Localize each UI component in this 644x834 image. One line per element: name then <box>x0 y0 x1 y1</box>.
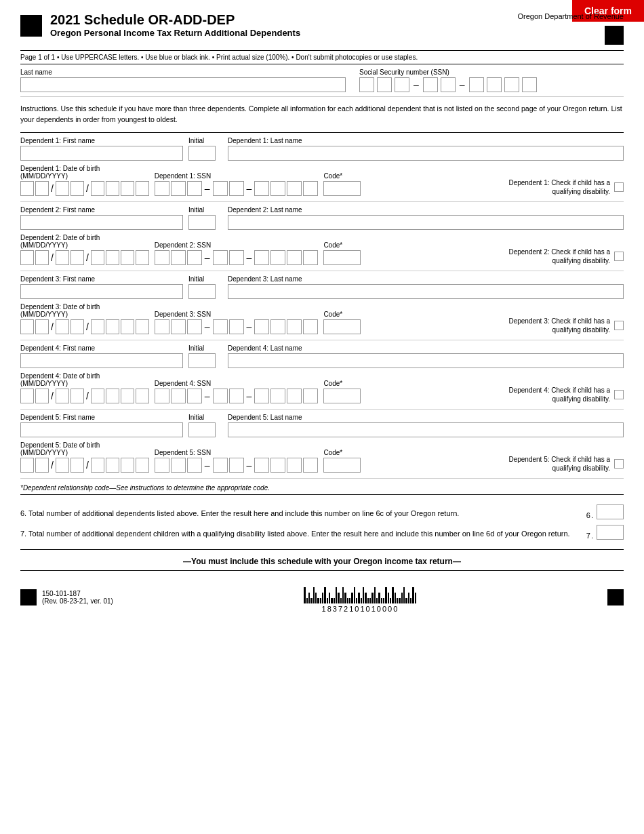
dob-box[interactable] <box>121 389 134 403</box>
dob-box[interactable] <box>106 389 119 403</box>
dob-box[interactable] <box>136 458 149 473</box>
ssn-small-box[interactable] <box>155 389 169 403</box>
dep2-disability-checkbox[interactable] <box>614 252 624 261</box>
ssn-small-box[interactable] <box>155 250 169 265</box>
ssn-small-box[interactable] <box>287 319 302 334</box>
ssn-box-6[interactable] <box>469 77 484 92</box>
ssn-small-box[interactable] <box>171 389 186 403</box>
ssn-small-box[interactable] <box>155 181 169 196</box>
dep1-firstname-input[interactable] <box>20 146 183 161</box>
ssn-small-box[interactable] <box>254 319 269 334</box>
dep3-initial-input[interactable] <box>188 284 216 299</box>
ssn-small-box[interactable] <box>213 319 228 334</box>
dob-box[interactable] <box>106 250 119 265</box>
dep4-disability-checkbox[interactable] <box>614 390 624 399</box>
dep5-lastname-input[interactable] <box>228 422 624 437</box>
dep1-disability-checkbox[interactable] <box>614 182 624 192</box>
ssn-small-box[interactable] <box>187 389 202 403</box>
dob-box[interactable] <box>91 181 104 196</box>
dep3-firstname-input[interactable] <box>20 284 183 299</box>
dob-box[interactable] <box>35 181 49 196</box>
ssn-small-box[interactable] <box>303 181 318 196</box>
dob-box[interactable] <box>91 458 104 473</box>
ssn-box-1[interactable] <box>359 77 374 92</box>
dep2-code-input[interactable] <box>323 250 361 265</box>
ssn-small-box[interactable] <box>287 181 302 196</box>
ssn-small-box[interactable] <box>229 319 244 334</box>
dob-box[interactable] <box>106 319 119 334</box>
ssn-small-box[interactable] <box>287 389 302 403</box>
ssn-small-box[interactable] <box>254 250 269 265</box>
dob-box[interactable] <box>91 319 104 334</box>
ssn-small-box[interactable] <box>229 181 244 196</box>
dob-box[interactable] <box>71 319 84 334</box>
dob-box[interactable] <box>136 250 149 265</box>
ssn-small-box[interactable] <box>213 250 228 265</box>
dob-box[interactable] <box>121 319 134 334</box>
ssn-small-box[interactable] <box>270 250 285 265</box>
ssn-box-5[interactable] <box>441 77 456 92</box>
dob-box[interactable] <box>56 250 69 265</box>
ssn-small-box[interactable] <box>213 181 228 196</box>
dep4-lastname-input[interactable] <box>228 353 624 368</box>
dob-box[interactable] <box>35 389 49 403</box>
ssn-small-box[interactable] <box>270 181 285 196</box>
ssn-box-3[interactable] <box>395 77 409 92</box>
dob-box[interactable] <box>71 458 84 473</box>
dob-box[interactable] <box>20 389 34 403</box>
ssn-small-box[interactable] <box>187 181 202 196</box>
ssn-small-box[interactable] <box>187 458 202 473</box>
dob-box[interactable] <box>121 181 134 196</box>
ssn-small-box[interactable] <box>171 319 186 334</box>
dep1-initial-input[interactable] <box>188 146 216 161</box>
dep5-initial-input[interactable] <box>188 422 216 437</box>
ssn-box-8[interactable] <box>504 77 519 92</box>
dep3-lastname-input[interactable] <box>228 284 624 299</box>
q7-answer-input[interactable] <box>597 525 624 540</box>
ssn-small-box[interactable] <box>213 458 228 473</box>
ssn-box-4[interactable] <box>423 77 438 92</box>
dob-box[interactable] <box>20 319 34 334</box>
ssn-small-box[interactable] <box>229 458 244 473</box>
dob-box[interactable] <box>20 458 34 473</box>
dob-box[interactable] <box>35 458 49 473</box>
dob-box[interactable] <box>56 458 69 473</box>
dob-box[interactable] <box>56 389 69 403</box>
ssn-small-box[interactable] <box>303 389 318 403</box>
dob-box[interactable] <box>56 319 69 334</box>
dep4-initial-input[interactable] <box>188 353 216 368</box>
ssn-small-box[interactable] <box>155 319 169 334</box>
dep1-code-input[interactable] <box>323 181 361 196</box>
dob-box[interactable] <box>56 181 69 196</box>
ssn-small-box[interactable] <box>254 181 269 196</box>
ssn-box-7[interactable] <box>487 77 502 92</box>
dob-box[interactable] <box>35 319 49 334</box>
dob-box[interactable] <box>71 181 84 196</box>
dep2-lastname-input[interactable] <box>228 215 624 230</box>
ssn-small-box[interactable] <box>155 458 169 473</box>
dep2-initial-input[interactable] <box>188 215 216 230</box>
dep4-code-input[interactable] <box>323 389 361 403</box>
dob-box[interactable] <box>35 250 49 265</box>
dep5-firstname-input[interactable] <box>20 422 183 437</box>
ssn-small-box[interactable] <box>270 319 285 334</box>
ssn-small-box[interactable] <box>229 389 244 403</box>
dep2-firstname-input[interactable] <box>20 215 183 230</box>
ssn-small-box[interactable] <box>303 250 318 265</box>
dob-box[interactable] <box>20 181 34 196</box>
ssn-small-box[interactable] <box>303 319 318 334</box>
dep5-disability-checkbox[interactable] <box>614 459 624 469</box>
ssn-small-box[interactable] <box>171 250 186 265</box>
dob-box[interactable] <box>121 250 134 265</box>
q6-answer-input[interactable] <box>597 504 624 519</box>
ssn-small-box[interactable] <box>270 458 285 473</box>
dep4-firstname-input[interactable] <box>20 353 183 368</box>
dob-box[interactable] <box>136 181 149 196</box>
lastname-input[interactable] <box>20 77 346 92</box>
ssn-small-box[interactable] <box>187 319 202 334</box>
dob-box[interactable] <box>121 458 134 473</box>
dob-box[interactable] <box>91 389 104 403</box>
dob-box[interactable] <box>71 250 84 265</box>
ssn-small-box[interactable] <box>254 458 269 473</box>
dob-box[interactable] <box>91 250 104 265</box>
